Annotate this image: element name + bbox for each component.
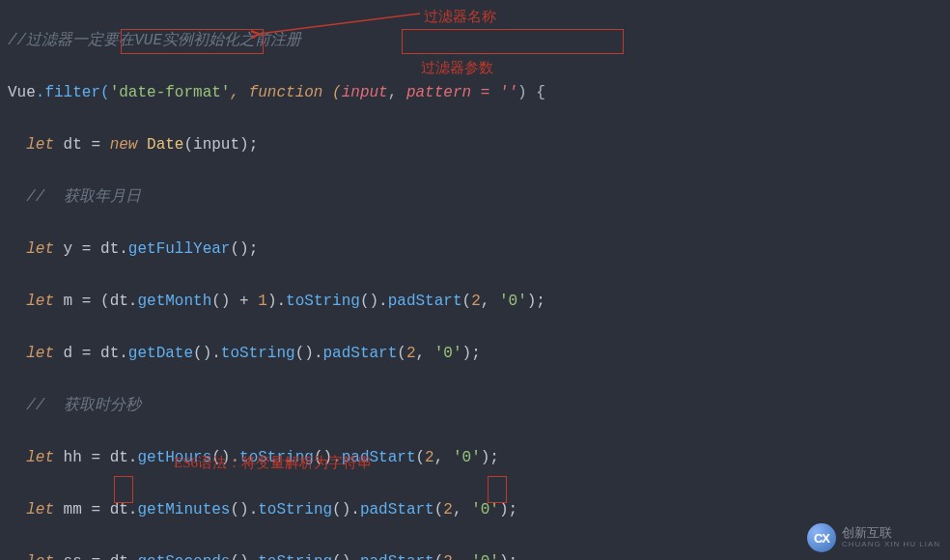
logo-icon: CX [807, 523, 836, 552]
token-vue: Vue [8, 84, 36, 101]
param-pattern: pattern = '' [406, 84, 517, 101]
logo-brand-pinyin: CHUANG XIN HU LIAN [842, 540, 940, 549]
logo-brand-cn: 创新互联 [842, 526, 940, 540]
param-input: input [342, 84, 388, 101]
comment-ymd: // 获取年月日 [26, 188, 140, 206]
code-block: //过滤器一定要在VUE实例初始化之前注册 Vue.filter('date-f… [0, 0, 950, 560]
watermark-logo: CX 创新互联 CHUANG XIN HU LIAN [807, 523, 940, 552]
comment-top: //过滤器一定要在VUE实例初始化之前注册 [8, 32, 301, 49]
comment-hms: // 获取时分秒 [26, 397, 140, 414]
filter-name-string: 'date-format' [110, 84, 231, 101]
token-filter: .filter( [36, 84, 110, 101]
token-function: , function ( [230, 84, 341, 101]
